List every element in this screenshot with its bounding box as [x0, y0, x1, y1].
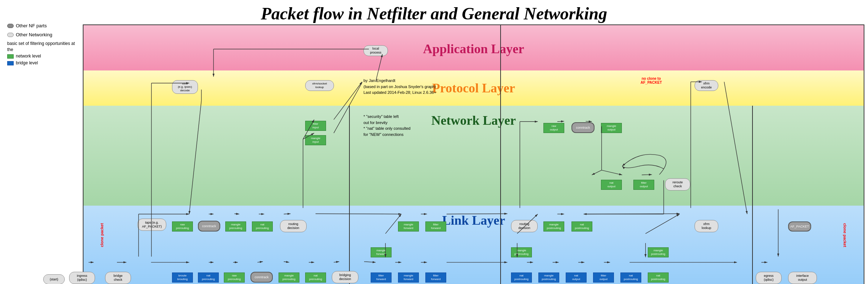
egress-node: egress (qdisc): [756, 272, 782, 284]
conntrack-net-node: conntrack: [198, 221, 220, 232]
mangle-forward-link-mid-node: mangle forward: [371, 247, 392, 257]
clone-packet-right: clone packet: [843, 223, 847, 247]
conntrack-link-node: conntrack: [250, 272, 273, 283]
nat-prerouting-link-node: nat prerouting: [198, 272, 219, 283]
legend: Other NF parts Other Networking basic se…: [7, 22, 79, 67]
xfrm-encode-node: xfrm encode: [695, 80, 718, 91]
legend-bridge-level: bridge level: [16, 60, 38, 66]
legend-network-level: network level: [16, 53, 41, 59]
layer-application: Application Layer: [83, 24, 864, 71]
nat-prerouting-net-node: nat prerouting: [252, 221, 273, 232]
mangle-output-net-node: mangle output: [601, 123, 622, 133]
bridging-decision-node: bridging decision: [332, 271, 358, 283]
xfrm-lookup-node: xfrm lookup: [695, 220, 718, 232]
protocol-layer-label: Protocol Layer: [83, 81, 864, 96]
vsep-3: [752, 106, 753, 284]
nat-postrouting-link3-node: nat postrouting: [648, 272, 669, 283]
filter-output-net-node: filter output: [633, 180, 654, 190]
nat-output-net-node: nat output: [601, 180, 622, 190]
legend-nf-parts: Other NF parts: [16, 22, 47, 30]
raw-output-net-node: raw output: [543, 123, 564, 133]
nat-prerouting2-link-node: nat prerouting: [305, 272, 326, 283]
layer-network: Network Layer: [83, 106, 864, 206]
reroute-check-node: reroute check: [665, 178, 690, 191]
diagram-area: Application Layer Protocol Layer Network…: [83, 24, 864, 282]
filter-output-link-node: filter output: [593, 272, 614, 283]
mangle-input-net-node: mangle input: [305, 135, 326, 145]
notes-box: * "security" table left out for brevity …: [363, 114, 411, 137]
raw-prerouting-link-node: raw prerouting: [224, 272, 245, 283]
xfrm-socket-lookup-node: xfrm/socket lookup: [305, 80, 334, 91]
filter-input-net-node: filter input: [305, 121, 326, 131]
mangle-forward-net-node: mangle forward: [398, 221, 419, 232]
nat-output-link-node: nat output: [566, 272, 587, 283]
broute-brouting-node: broute brouting: [172, 272, 193, 283]
mangle-postrouting-net-node: mangle postrouting: [543, 221, 564, 232]
vsep-2: [500, 24, 501, 284]
routing-decision2-node: routing decision: [511, 220, 538, 232]
filter-forward-link1-node: filter forward: [371, 272, 392, 283]
routing-decision-net-node: routing decision: [280, 220, 307, 232]
interface-output-node: interface output: [788, 272, 817, 284]
mangle-postrouting-link1-node: mangle postrouting: [511, 247, 532, 257]
xfrm-decode-node: xfrm (e.g. ipsec) decode: [172, 80, 198, 94]
raw-prerouting-net-node: raw prerouting: [172, 221, 193, 232]
local-process-node: local process: [363, 45, 388, 56]
legend-basic-filtering: basic set of filtering opportunities at …: [7, 41, 75, 52]
af-packet-node: AF_PACKET: [788, 221, 811, 232]
legend-other-networking: Other Networking: [16, 31, 52, 39]
filter-forward-link2-node: filter forward: [425, 272, 446, 283]
mangle-prerouting-link-node: mangle prerouting: [279, 272, 299, 283]
ingress-node: ingress (qdisc): [69, 272, 95, 284]
vsep-1: [349, 106, 350, 284]
layer-protocol: Protocol Layer: [83, 70, 864, 106]
bridge-check-node: bridge check: [105, 272, 131, 284]
page-title: Packet flow in Netfilter and General Net…: [0, 4, 868, 23]
application-layer-label: Application Layer: [83, 41, 864, 56]
mangle-prerouting-net-node: mangle prerouting: [225, 221, 246, 232]
nat-postrouting-link1-node: nat postrouting: [511, 272, 532, 283]
filter-forward-net-node: filter forward: [425, 221, 446, 232]
info-box: by Jan Engelhardt (based in part on Josh…: [363, 78, 436, 96]
mangle-forward-link-node: mangle forward: [398, 272, 419, 283]
mangle-postrouting-link3-node: mangle postrouting: [648, 247, 669, 257]
start-node: (start): [43, 274, 65, 284]
nat-postrouting-net-node: nat postrouting: [571, 221, 592, 232]
taps-node: taps (e.g. AF_PACKET): [137, 219, 166, 231]
nat-postrouting-link2-node: nat postrouting: [620, 272, 641, 283]
network-layer-label: Network Layer: [83, 113, 864, 128]
conntrack-out-net-node: conntrack: [571, 122, 595, 133]
mangle-postrouting-link2-node: mangle postrouting: [538, 272, 559, 283]
no-clone-label: no clone toAF_PACKET: [641, 77, 662, 84]
clone-packet-left: clone packet: [100, 223, 104, 247]
